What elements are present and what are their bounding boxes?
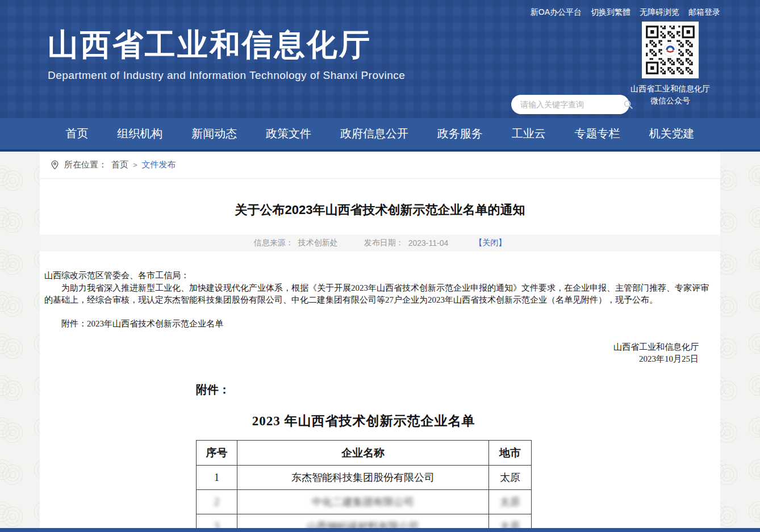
cell-city: 太原 — [489, 466, 532, 490]
nav-item-news[interactable]: 新闻动态 — [191, 126, 237, 141]
traditional-chinese-link[interactable]: 切换到繁體 — [591, 7, 630, 18]
site-title: 山西省工业和信息化厅 — [48, 26, 405, 62]
wechat-qr-block: 山西省工业和信息化厅 微信公众号 — [620, 22, 720, 107]
qr-caption-line1: 山西省工业和信息化厅 — [620, 83, 720, 95]
table-header-row: 序号 企业名称 地市 — [197, 441, 532, 466]
breadcrumb-current-link[interactable]: 文件发布 — [142, 160, 176, 170]
breadcrumb: 所在位置： 首页 > 文件发布 — [40, 152, 720, 179]
qr-code — [642, 22, 699, 78]
breadcrumb-home-link[interactable]: 首页 — [111, 160, 128, 170]
search-icon[interactable] — [623, 99, 633, 110]
nav-item-organization[interactable]: 组织机构 — [117, 126, 162, 141]
col-header-no: 序号 — [197, 441, 237, 466]
article-paragraph: 为助力我省深入推进新型工业化、加快建设现代化产业体系，根据《关于开展2023年山… — [44, 282, 716, 306]
cell-no: 2 — [197, 490, 237, 514]
main-nav: 首页 组织机构 新闻动态 政策文件 政府信息公开 政务服务 工业云 专题专栏 机… — [0, 118, 760, 152]
qr-center-logo — [664, 44, 677, 57]
site-header: 新OA办公平台 切换到繁體 无障碍浏览 邮箱登录 山西省工业和信息化厅 Depa… — [0, 0, 760, 118]
col-header-company: 企业名称 — [237, 441, 489, 466]
nav-item-home[interactable]: 首页 — [65, 126, 88, 141]
signature-org: 山西省工业和信息化厅 — [44, 341, 699, 353]
article-meta: 信息来源：技术创新处 发布日期：2023-11-04 【关闭】 — [40, 234, 720, 252]
nav-item-party-building[interactable]: 机关党建 — [649, 126, 694, 141]
breadcrumb-separator: > — [133, 161, 137, 169]
meta-source-value: 技术创新处 — [298, 238, 338, 248]
attachment-title: 2023 年山西省技术创新示范企业名单 — [196, 412, 531, 430]
page: 新OA办公平台 切换到繁體 无障碍浏览 邮箱登录 山西省工业和信息化厅 Depa… — [0, 0, 760, 532]
mail-login-link[interactable]: 邮箱登录 — [688, 7, 720, 18]
meta-date-value: 2023-11-04 — [408, 238, 449, 248]
table-row-blurred: 2 中化二建集团有限公司 太原 — [197, 490, 532, 514]
meta-date-label: 发布日期： — [364, 238, 404, 248]
attachment-reference: 附件：2023年山西省技术创新示范企业名单 — [44, 318, 716, 330]
qr-caption-line2: 微信公众号 — [620, 95, 720, 107]
oa-platform-link[interactable]: 新OA办公平台 — [531, 7, 582, 18]
col-header-city: 地市 — [489, 441, 532, 466]
attachment-label: 附件： — [196, 382, 720, 397]
nav-item-gov-info[interactable]: 政府信息公开 — [340, 126, 408, 141]
signature-date: 2023年10月25日 — [44, 353, 699, 365]
nav-item-industrial-cloud[interactable]: 工业云 — [512, 126, 546, 141]
content-area: 所在位置： 首页 > 文件发布 关于公布2023年山西省技术创新示范企业名单的通… — [40, 152, 720, 532]
cell-no: 1 — [197, 466, 237, 490]
enterprise-table: 序号 企业名称 地市 1 东杰智能科技集团股份有限公司 太原 2 中化二建集团有… — [196, 440, 532, 532]
breadcrumb-label: 所在位置： — [64, 160, 107, 170]
footer-top-strip — [0, 528, 760, 532]
nav-item-services[interactable]: 政务服务 — [437, 126, 483, 141]
cell-city: 太原 — [489, 490, 532, 514]
signature-block: 山西省工业和信息化厅 2023年10月25日 — [44, 341, 716, 365]
utility-bar: 新OA办公平台 切换到繁體 无障碍浏览 邮箱登录 — [0, 0, 760, 19]
article-salutation: 山西综改示范区管委会、各市工信局： — [44, 270, 716, 282]
attachment-document: 附件： 2023 年山西省技术创新示范企业名单 序号 企业名称 地市 1 东杰智… — [40, 382, 720, 532]
cell-company: 中化二建集团有限公司 — [237, 490, 489, 514]
article-body: 山西综改示范区管委会、各市工信局： 为助力我省深入推进新型工业化、加快建设现代化… — [40, 270, 720, 365]
site-brand: 山西省工业和信息化厅 Department of Industry and In… — [48, 26, 405, 82]
article-title: 关于公布2023年山西省技术创新示范企业名单的通知 — [40, 202, 720, 219]
accessibility-link[interactable]: 无障碍浏览 — [640, 7, 679, 18]
nav-item-special-topics[interactable]: 专题专栏 — [575, 126, 620, 141]
site-subtitle-en: Department of Industry and Information T… — [48, 69, 405, 82]
table-row: 1 东杰智能科技集团股份有限公司 太原 — [197, 466, 532, 490]
location-pin-icon — [50, 160, 60, 170]
site-search — [511, 95, 629, 114]
cell-company: 东杰智能科技集团股份有限公司 — [237, 466, 489, 490]
nav-item-policy[interactable]: 政策文件 — [266, 126, 311, 141]
search-input[interactable] — [520, 100, 623, 109]
meta-source-label: 信息来源： — [254, 238, 294, 248]
close-article-link[interactable]: 【关闭】 — [474, 238, 506, 248]
